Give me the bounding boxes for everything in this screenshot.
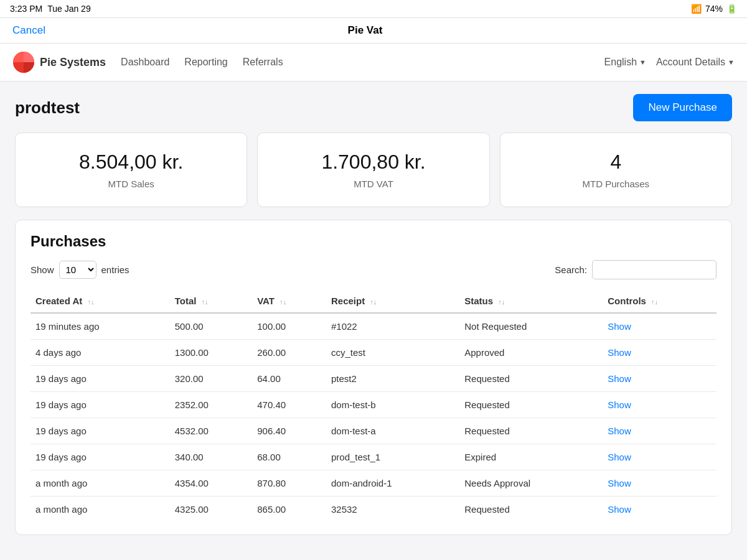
cell-controls[interactable]: Show (603, 418, 716, 444)
table-row: 19 days ago 320.00 64.00 ptest2 Requeste… (31, 366, 716, 392)
cell-status: Requested (459, 497, 603, 523)
logo-icon (12, 51, 35, 73)
cell-controls[interactable]: Show (603, 497, 716, 523)
title-bar: Cancel Pie Vat (0, 18, 747, 44)
sort-arrows-total: ↑↓ (202, 298, 209, 306)
cell-receipt: 32532 (326, 497, 459, 523)
cell-vat: 100.00 (252, 313, 326, 340)
sort-arrows-vat: ↑↓ (280, 298, 286, 306)
cell-receipt: #1022 (326, 313, 459, 340)
nav-links: Dashboard Reporting Referrals (121, 57, 283, 68)
account-details-dropdown-arrow: ▼ (728, 58, 735, 66)
nav-right: English ▼ Account Details ▼ (604, 57, 735, 68)
stat-card-mtd-purchases: 4 MTD Purchases (500, 133, 732, 207)
cell-status: Needs Approval (459, 470, 603, 497)
cell-controls[interactable]: Show (603, 313, 716, 340)
content-title: prodtest (15, 98, 80, 118)
cell-created-at: 19 days ago (31, 444, 170, 470)
language-dropdown[interactable]: English ▼ (604, 57, 646, 68)
show-link[interactable]: Show (608, 373, 631, 384)
cell-status: Expired (459, 444, 603, 470)
mtd-purchases-value: 4 (515, 151, 716, 174)
status-bar: 3:23 PM Tue Jan 29 📶 74% 🔋 (0, 0, 747, 18)
search-area: Search: (555, 260, 716, 279)
cell-controls[interactable]: Show (603, 444, 716, 470)
nav-link-referrals[interactable]: Referrals (243, 57, 283, 68)
show-link[interactable]: Show (608, 347, 631, 358)
table-row: 19 days ago 4532.00 906.40 dom-test-a Re… (31, 418, 716, 444)
cell-receipt: prod_test_1 (326, 444, 459, 470)
table-row: a month ago 4325.00 865.00 32532 Request… (31, 497, 716, 523)
table-body: 19 minutes ago 500.00 100.00 #1022 Not R… (31, 313, 716, 522)
cell-total: 500.00 (170, 313, 253, 340)
nav-bar: Pie Systems Dashboard Reporting Referral… (0, 44, 747, 82)
stats-row: 8.504,00 kr. MTD Sales 1.700,80 kr. MTD … (15, 133, 732, 207)
col-receipt[interactable]: Receipt ↑↓ (326, 289, 459, 313)
cell-created-at: 19 minutes ago (31, 313, 170, 340)
show-link[interactable]: Show (608, 504, 631, 515)
account-details-label: Account Details (656, 57, 725, 68)
mtd-purchases-label: MTD Purchases (515, 179, 716, 189)
mtd-sales-value: 8.504,00 kr. (31, 151, 232, 174)
cancel-button[interactable]: Cancel (12, 24, 45, 37)
content-header: prodtest New Purchase (15, 94, 732, 121)
logo-area[interactable]: Pie Systems (12, 51, 106, 73)
brand-name: Pie Systems (40, 56, 106, 69)
cell-vat: 870.80 (252, 470, 326, 497)
nav-link-dashboard[interactable]: Dashboard (121, 57, 169, 68)
account-details-dropdown[interactable]: Account Details ▼ (656, 57, 735, 68)
col-controls[interactable]: Controls ↑↓ (603, 289, 716, 313)
table-row: a month ago 4354.00 870.80 dom-android-1… (31, 470, 716, 497)
show-link[interactable]: Show (608, 452, 631, 462)
cell-receipt: dom-android-1 (326, 470, 459, 497)
show-link[interactable]: Show (608, 399, 631, 410)
table-row: 4 days ago 1300.00 260.00 ccy_test Appro… (31, 340, 716, 366)
show-link[interactable]: Show (608, 426, 631, 436)
col-created-at[interactable]: Created At ↑↓ (31, 289, 170, 313)
new-purchase-button[interactable]: New Purchase (633, 94, 732, 121)
cell-receipt: ccy_test (326, 340, 459, 366)
cell-controls[interactable]: Show (603, 392, 716, 418)
cell-receipt: dom-test-b (326, 392, 459, 418)
cell-created-at: 19 days ago (31, 418, 170, 444)
cell-status: Requested (459, 366, 603, 392)
cell-controls[interactable]: Show (603, 366, 716, 392)
entries-label: entries (101, 264, 129, 275)
cell-total: 340.00 (170, 444, 253, 470)
table-header-row: Created At ↑↓ Total ↑↓ VAT ↑↓ Receipt ↑↓ (31, 289, 716, 313)
purchases-title: Purchases (31, 233, 716, 250)
entries-select[interactable]: 10 25 50 100 (59, 261, 96, 279)
col-total[interactable]: Total ↑↓ (170, 289, 253, 313)
purchases-section: Purchases Show 10 25 50 100 entries Sear… (15, 220, 732, 535)
table-row: 19 minutes ago 500.00 100.00 #1022 Not R… (31, 313, 716, 340)
show-entries: Show 10 25 50 100 entries (31, 261, 129, 279)
col-status[interactable]: Status ↑↓ (459, 289, 603, 313)
cell-vat: 64.00 (252, 366, 326, 392)
wifi-icon: 📶 (691, 4, 702, 14)
cell-receipt: ptest2 (326, 366, 459, 392)
battery-icon: 🔋 (726, 4, 737, 14)
cell-created-at: a month ago (31, 470, 170, 497)
cell-vat: 470.40 (252, 392, 326, 418)
mtd-vat-label: MTD VAT (273, 179, 474, 189)
cell-created-at: 4 days ago (31, 340, 170, 366)
cell-created-at: 19 days ago (31, 366, 170, 392)
cell-vat: 906.40 (252, 418, 326, 444)
cell-total: 4325.00 (170, 497, 253, 523)
show-link[interactable]: Show (608, 321, 631, 332)
stat-card-mtd-sales: 8.504,00 kr. MTD Sales (15, 133, 247, 207)
cell-receipt: dom-test-a (326, 418, 459, 444)
col-vat[interactable]: VAT ↑↓ (252, 289, 326, 313)
cell-total: 4532.00 (170, 418, 253, 444)
show-link[interactable]: Show (608, 478, 631, 488)
main-content: prodtest New Purchase 8.504,00 kr. MTD S… (0, 82, 747, 560)
cell-controls[interactable]: Show (603, 470, 716, 497)
cell-vat: 865.00 (252, 497, 326, 523)
nav-link-reporting[interactable]: Reporting (184, 57, 227, 68)
stat-card-mtd-vat: 1.700,80 kr. MTD VAT (257, 133, 489, 207)
cell-controls[interactable]: Show (603, 340, 716, 366)
nav-left: Pie Systems Dashboard Reporting Referral… (12, 51, 283, 73)
cell-status: Requested (459, 392, 603, 418)
search-input[interactable] (592, 260, 716, 279)
sort-arrows-status: ↑↓ (498, 298, 505, 306)
